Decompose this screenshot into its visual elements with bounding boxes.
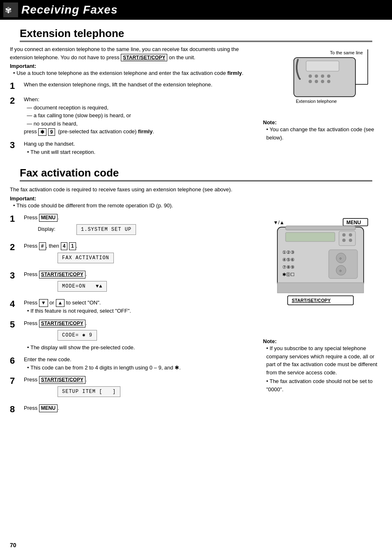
fax-activation-cols: 1 Press MENU. Display: 1.SYSTEM SET UP 2 <box>10 214 382 419</box>
svg-rect-35 <box>277 283 364 293</box>
ext-step-3-content: Hang up the handset. The unit will start… <box>24 140 95 156</box>
star-key: ✱ <box>38 128 46 136</box>
svg-text:START/SET/COPY: START/SET/COPY <box>292 298 331 303</box>
ext-step-1: 1 When the extension telephone rings, li… <box>10 81 256 91</box>
ext-step-2: 2 When: — document reception is required… <box>10 95 256 136</box>
ext-note-box: Note: You can change the fax activation … <box>263 119 382 142</box>
fax-activation-title: Fax activation code <box>20 167 372 181</box>
svg-point-13 <box>327 80 330 83</box>
ext-step-2-content: When: — document reception is required, … <box>24 95 154 136</box>
display-5: CODE= ✱ 9 <box>58 330 97 341</box>
fax-activation-section: Fax activation code The fax activation c… <box>0 167 392 419</box>
svg-point-11 <box>321 80 324 83</box>
ext-step-3-number: 3 <box>10 140 21 151</box>
svg-text:④⑤⑥: ④⑤⑥ <box>282 257 295 262</box>
fax-step-2-display-area: FAX ACTIVATION <box>38 251 114 265</box>
nine-key: 9 <box>48 128 55 136</box>
fax-machine-svg: ▼/▲ MENU <box>265 217 380 332</box>
svg-text:▼/▲: ▼/▲ <box>273 220 284 225</box>
extension-right-col: To the same line <box>263 45 382 160</box>
up-key-4: ▲ <box>56 299 65 307</box>
fax-step-5-display-area: CODE= ✱ 9 <box>38 329 135 342</box>
fax-step-8: 8 Press MENU. <box>10 404 256 415</box>
ext-tel-svg: To the same line <box>269 45 376 113</box>
svg-point-7 <box>315 74 318 78</box>
svg-point-22 <box>342 233 346 237</box>
svg-point-12 <box>327 74 330 78</box>
svg-point-9 <box>309 80 312 83</box>
svg-text:⑦⑧⑨: ⑦⑧⑨ <box>282 265 295 269</box>
display-7: SETUP ITEM [ ] <box>58 386 120 397</box>
ext-note-bullet: You can change the fax activation code (… <box>266 125 382 142</box>
fax-activation-right: ▼/▲ MENU <box>263 214 382 419</box>
fax-note-1: If you subscribe to any special telephon… <box>266 344 382 376</box>
start-set-copy-key-5: START/SET/COPY <box>39 320 85 327</box>
svg-text:○: ○ <box>339 269 341 273</box>
svg-text:✾: ✾ <box>5 6 12 15</box>
fax-step-1: 1 Press MENU. Display: 1.SYSTEM SET UP <box>10 214 256 238</box>
fax-step-4: 4 Press ▼ or ▲ to select "ON". If this f… <box>10 299 256 315</box>
svg-rect-5 <box>306 61 339 71</box>
ext-note-label: Note: <box>263 119 382 125</box>
fax-note-2: The fax activation code should not be se… <box>266 377 382 393</box>
fax-step-3-content: Press START/SET/COPY. MODE=ON ▼▲ <box>24 270 107 295</box>
menu-key-1: MENU <box>39 214 58 222</box>
fax-step-1-number: 1 <box>10 214 21 224</box>
svg-text:①②③: ①②③ <box>282 250 295 255</box>
fax-step-5-content: Press START/SET/COPY. CODE= ✱ 9 The disp… <box>24 319 135 351</box>
extension-intro: If you connect an extension telephone to… <box>10 45 256 61</box>
fax-step-7-display-area: SETUP ITEM [ ] <box>38 385 120 398</box>
svg-rect-21 <box>339 231 355 246</box>
svg-rect-19 <box>286 226 355 230</box>
fax-step-5: 5 Press START/SET/COPY. CODE= ✱ 9 The di… <box>10 319 256 351</box>
ext-step-3: 3 Hang up the handset. The unit will sta… <box>10 140 256 156</box>
start-set-copy-key-7: START/SET/COPY <box>39 376 85 384</box>
svg-point-25 <box>349 239 352 242</box>
fax-machine-illustration: ▼/▲ MENU <box>263 217 382 333</box>
fax-step-4-number: 4 <box>10 299 21 309</box>
fax-step-5-number: 5 <box>10 319 21 330</box>
header-icon: ✾ <box>3 2 18 17</box>
svg-text:✱⓪☐: ✱⓪☐ <box>282 272 295 277</box>
fax-step-7: 7 Press START/SET/COPY. SETUP ITEM [ ] <box>10 376 256 400</box>
fax-step-7-number: 7 <box>10 376 21 386</box>
svg-point-10 <box>315 80 318 83</box>
four-key: 4 <box>61 242 68 250</box>
fax-step-2: 2 Press #, then 4 1. FAX ACTIVATION <box>10 242 256 266</box>
extension-section: Extension telephone If you connect an ex… <box>0 20 392 160</box>
fax-step-7-content: Press START/SET/COPY. SETUP ITEM [ ] <box>24 376 120 400</box>
ext-tel-illustration: To the same line <box>263 45 382 114</box>
ext-important-label: Important: <box>10 63 256 69</box>
fax-step-6: 6 Enter the new code. This code can be f… <box>10 355 256 372</box>
fax-step-1-display-area: Display: 1.SYSTEM SET UP <box>38 223 136 236</box>
fax-note-label: Note: <box>263 338 382 344</box>
fax-step-8-content: Press MENU. <box>24 404 59 412</box>
fax-important-label: Important: <box>10 195 382 202</box>
svg-rect-20 <box>286 232 335 242</box>
svg-point-23 <box>349 233 352 237</box>
page-header: ✾ Receiving Faxes <box>0 0 392 20</box>
fax-step-2-content: Press #, then 4 1. FAX ACTIVATION <box>24 242 114 266</box>
fax-activation-content: The fax activation code is required to r… <box>0 183 392 419</box>
extension-left-col: If you connect an extension telephone to… <box>10 45 256 160</box>
menu-key-8: MENU <box>39 404 58 412</box>
page: ✾ Receiving Faxes Extension telephone If… <box>0 0 392 555</box>
fax-step-3-number: 3 <box>10 270 21 281</box>
fax-activation-left: 1 Press MENU. Display: 1.SYSTEM SET UP 2 <box>10 214 256 419</box>
fax-activation-intro: The fax activation code is required to r… <box>10 186 382 194</box>
fax-step-2-number: 2 <box>10 242 21 253</box>
extension-intro-area: If you connect an extension telephone to… <box>10 45 382 160</box>
fax-note-box: Note: If you subscribe to any special te… <box>263 338 382 393</box>
fax-important-bullet: This code should be different from the r… <box>13 202 382 210</box>
down-key-4: ▼ <box>39 299 48 307</box>
fax-step-4-content: Press ▼ or ▲ to select "ON". If this fea… <box>24 299 131 315</box>
display-2: FAX ACTIVATION <box>58 253 114 263</box>
ext-step-1-number: 1 <box>10 81 21 91</box>
svg-text:○: ○ <box>339 256 341 260</box>
fax-step-8-number: 8 <box>10 404 21 415</box>
ext-step-1-content: When the extension telephone rings, lift… <box>24 81 212 89</box>
svg-text:To the same line: To the same line <box>330 50 363 55</box>
page-number: 70 <box>10 542 16 548</box>
display-label-1: Display: <box>38 226 57 232</box>
svg-text:MENU: MENU <box>346 220 361 225</box>
